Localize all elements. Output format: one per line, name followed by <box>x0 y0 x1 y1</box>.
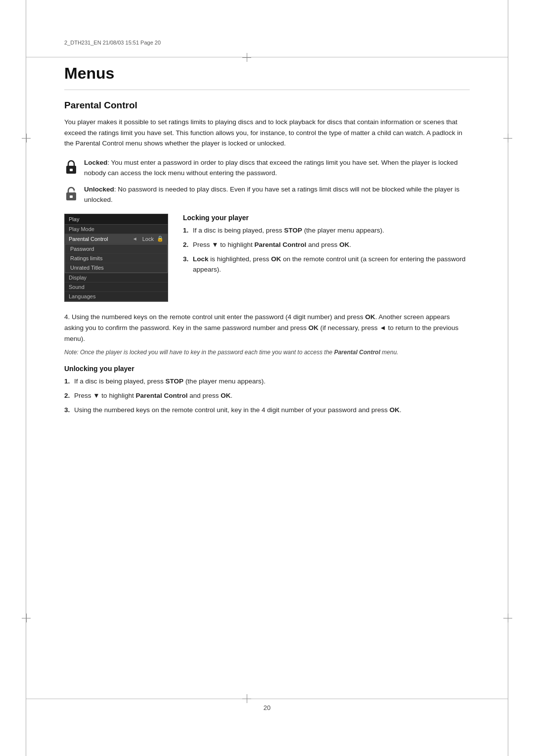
locking-steps: 1. If a disc is being played, press STOP… <box>183 226 470 275</box>
svg-rect-1 <box>70 169 73 171</box>
playmode-label: Play Mode <box>69 226 164 232</box>
section-title: Parental Control <box>64 100 470 111</box>
menu-row-playmode: Play Mode <box>65 225 168 234</box>
header-line <box>26 57 508 57</box>
crosshair-right-top <box>503 134 512 142</box>
unlocked-icon-row: Unlocked: No password is needed to play … <box>64 185 470 205</box>
locked-text: Locked: You must enter a password in ord… <box>84 158 470 179</box>
menu-row-display: Display <box>65 273 168 283</box>
unlocking-section: Unlocking you player 1. If a disc is bei… <box>64 365 470 416</box>
step4-paragraph: 4. Using the numbered keys on the remote… <box>64 312 470 344</box>
page-title: Menus <box>64 64 470 83</box>
menu-row-sound: Sound <box>65 283 168 292</box>
footer-line <box>26 699 508 699</box>
sound-label: Sound <box>69 284 164 290</box>
crosshair-top <box>242 53 251 62</box>
locked-icon-row: Locked: You must enter a password in ord… <box>64 158 470 179</box>
submenu-password: Password <box>65 244 167 254</box>
parental-label: Parental Control <box>69 236 133 242</box>
header-meta: 2_DTH231_EN 21/08/03 15:51 Page 20 <box>64 40 161 46</box>
unlocked-text: Unlocked: No password is needed to play … <box>84 185 470 205</box>
unlocking-title: Unlocking you player <box>64 365 470 373</box>
intro-paragraph: You player makes it possible to set rati… <box>64 117 470 149</box>
languages-label: Languages <box>69 293 164 299</box>
locking-instructions: Locking your player 1. If a disc is bein… <box>183 214 470 302</box>
submenu: Password Ratings limits Unrated Titles <box>65 244 168 273</box>
submenu-ratings: Ratings limits <box>65 254 167 263</box>
locking-step-3: 3. Lock is highlighted, press OK on the … <box>183 254 470 275</box>
unlocked-icon <box>64 186 78 199</box>
title-divider <box>64 90 470 90</box>
page-border-right <box>508 0 508 756</box>
parental-value: Lock <box>142 236 154 242</box>
crosshair-bottom <box>242 694 251 703</box>
page-border-left <box>26 0 26 756</box>
bottom-section: 4. Using the numbered keys on the remote… <box>64 312 470 416</box>
crosshair-left-bottom <box>22 614 31 622</box>
lock-icon-inline: 🔒 <box>157 236 164 242</box>
unlocking-step-2: 2. Press ▼ to highlight Parental Control… <box>64 391 470 401</box>
crosshair-right-bottom <box>503 614 512 622</box>
locked-icon <box>64 159 78 173</box>
menu-header: Play <box>65 214 168 225</box>
menu-screenshot: Play Play Mode Parental Control ◄ Lock 🔒… <box>64 214 168 302</box>
unlocking-steps: 1. If a disc is being played, press STOP… <box>64 377 470 416</box>
submenu-unrated: Unrated Titles <box>65 263 167 273</box>
two-col-section: Play Play Mode Parental Control ◄ Lock 🔒… <box>64 214 470 302</box>
unlocking-step-3: 3. Using the numbered keys on the remote… <box>64 405 470 416</box>
locking-step-2: 2. Press ▼ to highlight Parental Control… <box>183 240 470 250</box>
crosshair-left-top <box>22 134 31 142</box>
note-paragraph: Note: Once the player is locked you will… <box>64 348 470 357</box>
menu-row-parental: Parental Control ◄ Lock 🔒 <box>65 234 168 244</box>
svg-rect-3 <box>70 195 73 198</box>
parental-arrow: ◄ <box>133 236 137 241</box>
locking-title: Locking your player <box>183 214 470 222</box>
unlocking-step-1: 1. If a disc is being played, press STOP… <box>64 377 470 387</box>
display-label: Display <box>69 275 164 281</box>
locking-step-1: 1. If a disc is being played, press STOP… <box>183 226 470 236</box>
page-number: 20 <box>0 704 534 711</box>
menu-row-languages: Languages <box>65 292 168 301</box>
